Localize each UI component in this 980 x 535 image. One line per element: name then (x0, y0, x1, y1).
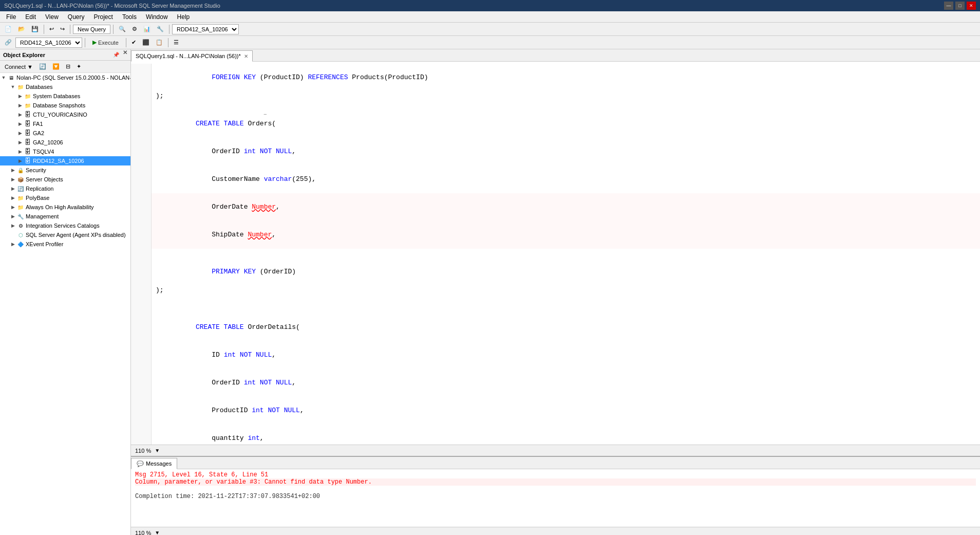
expand-fa1[interactable]: ▶ (16, 120, 24, 127)
zoom-dropdown-btn2[interactable]: ▼ (153, 527, 161, 536)
menu-project[interactable]: Project (90, 12, 117, 22)
tool4-button[interactable]: 🔧 (154, 24, 166, 35)
tree-item-rdd412[interactable]: ▶ 🗄 RDD412_SA_10206 (0, 156, 130, 165)
tree-item-ctu[interactable]: ▶ 🗄 CTU_YOURICASINO (0, 110, 130, 119)
expand-ctu[interactable]: ▶ (16, 111, 24, 118)
always-on-icon: 📁 (16, 203, 25, 211)
line-number (131, 91, 152, 101)
tab-close-button[interactable]: ✕ (244, 53, 248, 59)
ga2-icon: 🗄 (24, 129, 32, 137)
query-tab[interactable]: SQLQuery1.sql - N...LAN-PC\Nolan (56))* … (131, 50, 253, 62)
code-line: quantity int, (131, 425, 980, 445)
parse-button[interactable]: 📋 (153, 37, 165, 48)
undo-button[interactable]: ↩ (47, 24, 56, 35)
expand-integration[interactable]: ▶ (9, 222, 16, 229)
expand-databases[interactable]: ▼ (9, 83, 16, 90)
tree-item-integration[interactable]: ▶ ⚙ Integration Services Catalogs (0, 221, 130, 230)
expand-ga2-10206[interactable]: ▶ (16, 139, 24, 146)
tree-item-security[interactable]: ▶ 🔒 Security (0, 165, 130, 175)
ctu-icon: 🗄 (24, 110, 32, 119)
expand-xevent[interactable]: ▶ (9, 241, 16, 248)
new-query-button[interactable]: New Query (73, 25, 110, 34)
menu-edit[interactable]: Edit (21, 12, 40, 22)
expand-management[interactable]: ▶ (9, 213, 16, 220)
oe-connect-button[interactable]: Connect ▼ (2, 61, 35, 72)
tree-item-always-on[interactable]: ▶ 📁 Always On High Availability (0, 202, 130, 212)
query-options-button[interactable]: ☰ (171, 37, 181, 48)
zoom-dropdown-btn[interactable]: ▼ (153, 445, 161, 456)
menu-file[interactable]: File (2, 12, 20, 22)
oe-filter-button[interactable]: 🔽 (50, 61, 62, 72)
expand-tsqlv4[interactable]: ▶ (16, 148, 24, 155)
expand-server-objects[interactable]: ▶ (9, 176, 16, 183)
save-button[interactable]: 💾 (29, 24, 41, 35)
zoom-bar: 110 % ▼ (131, 445, 980, 456)
fold-indicator[interactable]: − (263, 110, 267, 119)
close-button[interactable]: ✕ (967, 2, 976, 10)
line-number (131, 249, 152, 258)
always-on-label: Always On High Availability (26, 204, 93, 210)
debug-button[interactable]: ✔ (129, 37, 139, 48)
databases-icon: 📁 (16, 83, 25, 91)
tree-item-ga2-10206[interactable]: ▶ 🗄 GA2_10206 (0, 138, 130, 147)
code-content: PRIMARY KEY (OrderID) (152, 258, 296, 286)
tree-item-xevent[interactable]: ▶ 🔷 XEvent Profiler (0, 239, 130, 249)
zoom-level: 110 % (135, 448, 151, 454)
tool2-button[interactable]: ⚙ (129, 24, 140, 35)
open-button[interactable]: 📂 (15, 24, 28, 35)
menu-window[interactable]: Window (142, 12, 172, 22)
oe-header: Object Explorer 📌 ✕ (0, 49, 130, 61)
expand-db-snapshots[interactable]: ▶ (16, 102, 24, 109)
server-dropdown2[interactable]: RDD412_SA_10206 (15, 38, 82, 48)
db-snapshots-icon: 📁 (24, 101, 32, 109)
menu-help[interactable]: Help (173, 12, 194, 22)
oe-refresh-button[interactable]: 🔄 (36, 61, 49, 72)
minimize-button[interactable]: — (944, 2, 953, 10)
object-explorer-btn[interactable]: 🔗 (2, 37, 14, 48)
tree-item-sql-agent[interactable]: ⬡ SQL Server Agent (Agent XPs disabled) (0, 230, 130, 239)
tree-item-polybase[interactable]: ▶ 📁 PolyBase (0, 193, 130, 202)
code-editor[interactable]: FOREIGN KEY (ProductID) REFERENCES Produ… (131, 62, 980, 445)
menu-view[interactable]: View (41, 12, 63, 22)
tree-item-db-snapshots[interactable]: ▶ 📁 Database Snapshots (0, 101, 130, 110)
menu-bar: File Edit View Query Project Tools Windo… (0, 11, 980, 23)
oe-new-button[interactable]: ✦ (74, 61, 84, 72)
expand-security[interactable]: ▶ (9, 167, 16, 174)
tree-item-replication[interactable]: ▶ 🔄 Replication (0, 184, 130, 193)
tree-item-server[interactable]: ▼ 🖥 Nolan-PC (SQL Server 15.0.2000.5 - N… (0, 73, 130, 82)
messages-tab[interactable]: 💬 Messages (131, 458, 177, 469)
expand-rdd412[interactable]: ▶ (16, 157, 24, 164)
execute-label: Execute (98, 40, 119, 46)
oe-collapse-button[interactable]: ⊟ (63, 61, 73, 72)
expand-polybase[interactable]: ▶ (9, 194, 16, 201)
code-content: CREATE TABLE Orders( (152, 110, 276, 138)
server-dropdown[interactable]: RDD412_SA_10206 (172, 24, 239, 34)
tree-item-databases[interactable]: ▼ 📁 Databases (0, 82, 130, 91)
execute-button[interactable]: ▶ Execute (88, 38, 123, 47)
tree-item-server-objects[interactable]: ▶ 📦 Server Objects (0, 175, 130, 184)
tree-item-management[interactable]: ▶ 🔧 Management (0, 212, 130, 221)
new-file-button[interactable]: 📄 (2, 24, 14, 35)
tool1-button[interactable]: 🔍 (116, 24, 128, 35)
oe-pin-button[interactable]: 📌 (111, 49, 121, 61)
expand-server[interactable]: ▼ (0, 74, 7, 81)
redo-button[interactable]: ↪ (58, 24, 67, 35)
menu-tools[interactable]: Tools (118, 12, 141, 22)
fa1-icon: 🗄 (24, 120, 32, 128)
tool3-button[interactable]: 📊 (141, 24, 153, 35)
expand-always-on[interactable]: ▶ (9, 204, 16, 211)
oe-close-button[interactable]: ✕ (123, 49, 127, 61)
expand-system-dbs[interactable]: ▶ (16, 93, 24, 100)
expand-ga2[interactable]: ▶ (16, 130, 24, 137)
tree-item-tsqlv4[interactable]: ▶ 🗄 TSQLV4 (0, 147, 130, 156)
expand-replication[interactable]: ▶ (9, 185, 16, 192)
tree-item-fa1[interactable]: ▶ 🗄 FA1 (0, 119, 130, 128)
tree-item-system-dbs[interactable]: ▶ 📁 System Databases (0, 91, 130, 101)
maximize-button[interactable]: □ (955, 2, 965, 10)
code-line: PRIMARY KEY (OrderID) (131, 258, 980, 286)
menu-query[interactable]: Query (64, 12, 89, 22)
tree-item-ga2[interactable]: ▶ 🗄 GA2 (0, 128, 130, 138)
code-line: OrderID int NOT NULL, (131, 369, 980, 397)
cancel-button[interactable]: ⬛ (140, 37, 152, 48)
toolbar2: 🔗 RDD412_SA_10206 ▶ Execute ✔ ⬛ 📋 ☰ (0, 36, 980, 49)
